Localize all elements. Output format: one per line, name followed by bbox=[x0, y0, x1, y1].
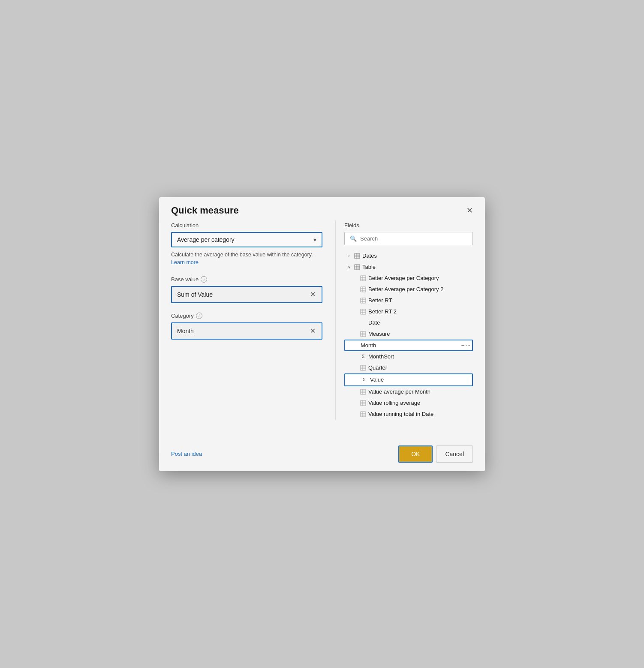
sigma-icon-2: Σ bbox=[361, 376, 367, 383]
month-ellipsis-icon: ··· bbox=[466, 343, 470, 348]
calculation-dropdown[interactable]: Average per category ▾ bbox=[171, 232, 322, 247]
tree-item-measure[interactable]: Measure bbox=[344, 328, 473, 340]
category-info-icon: i bbox=[196, 313, 202, 319]
category-clear-button[interactable]: ✕ bbox=[309, 328, 316, 334]
tree-item-month[interactable]: Month – ··· bbox=[344, 340, 473, 351]
date-label: Date bbox=[368, 320, 380, 325]
measure-label: Measure bbox=[368, 331, 390, 337]
svg-rect-14 bbox=[361, 287, 366, 292]
quarter-label: Quarter bbox=[368, 365, 387, 370]
fields-label: Fields bbox=[344, 222, 473, 229]
measure-icon-2 bbox=[360, 286, 367, 293]
dates-table-icon bbox=[354, 253, 361, 259]
calculation-value: Average per category bbox=[177, 236, 235, 243]
chevron-down-icon: ▾ bbox=[313, 236, 316, 243]
better-rt2-label: Better RT 2 bbox=[368, 309, 397, 314]
dates-label: Dates bbox=[362, 253, 377, 259]
tree-item-quarter[interactable]: Quarter bbox=[344, 362, 473, 373]
dialog-title: Quick measure bbox=[171, 205, 239, 216]
tree-item-better-avg2[interactable]: Better Average per Category 2 bbox=[344, 284, 473, 295]
dialog-body: Calculation Average per category ▾ Calcu… bbox=[159, 220, 485, 420]
measure-icon-1 bbox=[360, 275, 367, 282]
value-label: Value bbox=[370, 377, 384, 382]
tree-item-value-avg[interactable]: Value average per Month bbox=[344, 386, 473, 397]
svg-rect-22 bbox=[361, 309, 366, 314]
svg-rect-10 bbox=[361, 276, 366, 281]
right-panel: Fields 🔍 › Dates ∨ bbox=[336, 220, 473, 420]
tree-item-value-rolling[interactable]: Value rolling average bbox=[344, 397, 473, 409]
expand-table-icon: ∨ bbox=[346, 265, 352, 269]
svg-rect-26 bbox=[361, 331, 366, 337]
sigma-icon-1: Σ bbox=[360, 353, 367, 360]
svg-rect-0 bbox=[355, 253, 360, 259]
month-actions: – ··· bbox=[461, 343, 470, 348]
title-bar: Quick measure ✕ bbox=[159, 197, 485, 220]
base-value-info-icon: i bbox=[201, 276, 207, 283]
tree-item-better-avg[interactable]: Better Average per Category bbox=[344, 273, 473, 284]
tree-item-value-running[interactable]: Value running total in Date bbox=[344, 409, 473, 420]
category-text: Month bbox=[177, 328, 194, 334]
calculation-label: Calculation bbox=[171, 222, 322, 229]
search-icon: 🔍 bbox=[350, 235, 357, 242]
measure-icon-6 bbox=[360, 364, 367, 371]
measure-icon-7 bbox=[360, 388, 367, 395]
fields-tree: › Dates ∨ Table bbox=[344, 250, 473, 420]
measure-icon-9 bbox=[360, 411, 367, 418]
svg-rect-42 bbox=[361, 412, 366, 417]
base-value-label: Base value i bbox=[171, 276, 322, 283]
svg-rect-38 bbox=[361, 400, 366, 406]
search-input[interactable] bbox=[360, 235, 467, 242]
svg-rect-5 bbox=[355, 265, 360, 270]
base-value-text: Sum of Value bbox=[177, 291, 213, 298]
better-avg-label: Better Average per Category bbox=[368, 275, 439, 281]
measure-icon-5 bbox=[360, 331, 367, 337]
close-button[interactable]: ✕ bbox=[463, 205, 476, 216]
category-section: Category i Month ✕ bbox=[171, 313, 322, 340]
tree-item-better-rt[interactable]: Better RT bbox=[344, 295, 473, 306]
search-box[interactable]: 🔍 bbox=[344, 232, 473, 245]
category-label: Category i bbox=[171, 313, 322, 319]
base-value-clear-button[interactable]: ✕ bbox=[309, 291, 316, 298]
better-rt-label: Better RT bbox=[368, 298, 392, 303]
svg-rect-18 bbox=[361, 298, 366, 303]
tree-item-dates[interactable]: › Dates bbox=[344, 250, 473, 262]
quick-measure-dialog: Quick measure ✕ Calculation Average per … bbox=[159, 197, 485, 471]
monthsort-label: MonthSort bbox=[368, 354, 394, 359]
svg-rect-34 bbox=[361, 389, 366, 394]
post-idea-link[interactable]: Post an idea bbox=[171, 451, 202, 457]
expand-dates-icon: › bbox=[346, 254, 352, 258]
ok-button[interactable]: OK bbox=[398, 445, 433, 463]
value-avg-label: Value average per Month bbox=[368, 389, 430, 394]
tree-item-monthsort[interactable]: Σ MonthSort bbox=[344, 351, 473, 362]
measure-icon-4 bbox=[360, 308, 367, 315]
measure-icon-3 bbox=[360, 297, 367, 304]
base-value-field: Sum of Value ✕ bbox=[171, 286, 322, 303]
footer-buttons: OK Cancel bbox=[398, 445, 473, 463]
learn-more-link[interactable]: Learn more bbox=[171, 259, 199, 265]
date-icon bbox=[360, 319, 367, 326]
tree-item-better-rt2[interactable]: Better RT 2 bbox=[344, 306, 473, 317]
month-dash-icon: – bbox=[461, 343, 464, 348]
base-value-section: Base value i Sum of Value ✕ bbox=[171, 276, 322, 303]
tree-item-date[interactable]: Date bbox=[344, 317, 473, 328]
value-running-label: Value running total in Date bbox=[368, 411, 433, 417]
table-label: Table bbox=[362, 264, 376, 270]
measure-icon-8 bbox=[360, 400, 367, 406]
dialog-footer: Post an idea OK Cancel bbox=[159, 437, 485, 471]
svg-rect-30 bbox=[361, 365, 366, 370]
category-field: Month ✕ bbox=[171, 322, 322, 340]
month-label: Month bbox=[361, 343, 376, 348]
tree-item-table[interactable]: ∨ Table bbox=[344, 262, 473, 273]
value-rolling-label: Value rolling average bbox=[368, 400, 420, 406]
table-table-icon bbox=[354, 264, 361, 271]
left-panel: Calculation Average per category ▾ Calcu… bbox=[171, 220, 335, 420]
better-avg2-label: Better Average per Category 2 bbox=[368, 286, 443, 292]
calculation-description: Calculate the average of the base value … bbox=[171, 251, 322, 267]
tree-item-value[interactable]: Σ Value bbox=[344, 373, 473, 386]
cancel-button[interactable]: Cancel bbox=[436, 445, 473, 463]
